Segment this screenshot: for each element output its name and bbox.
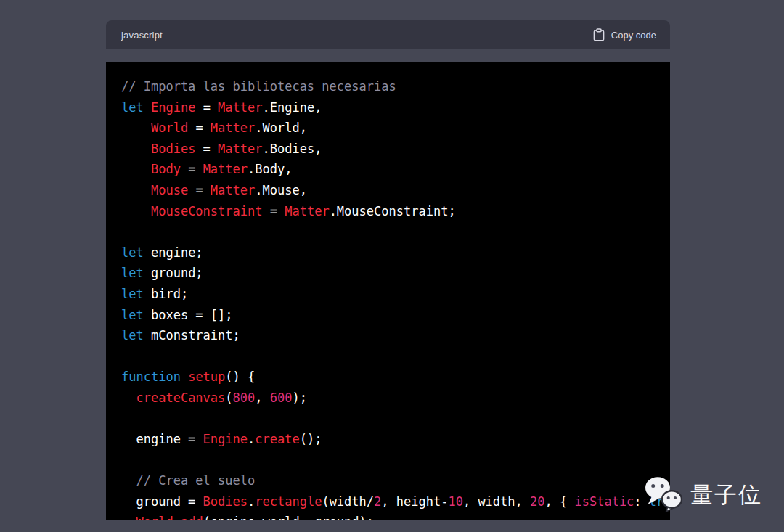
watermark-text: 量子位 — [690, 476, 762, 512]
code-line: MouseConstraint = Matter.MouseConstraint… — [121, 201, 660, 222]
code-line: let mConstraint; — [121, 325, 660, 346]
code-line: let engine; — [121, 242, 660, 263]
language-label: javascript — [121, 30, 163, 41]
code-line: World.add(engine.world, ground); — [121, 512, 660, 520]
code-line — [121, 409, 660, 430]
code-block: javascript Copy code // Importa las bibl… — [106, 20, 670, 532]
code-line: let Engine = Matter.Engine, — [121, 97, 660, 118]
wechat-logo-icon — [645, 476, 682, 512]
code-line: let bird; — [121, 284, 660, 305]
code-line — [121, 450, 660, 471]
code-line: Mouse = Matter.Mouse, — [121, 180, 660, 201]
code-line: let boxes = []; — [121, 305, 660, 326]
code-line: engine = Engine.create(); — [121, 429, 660, 450]
code-block-header: javascript Copy code — [106, 20, 670, 49]
clipboard-icon — [593, 28, 605, 41]
code-line: function setup() { — [121, 367, 660, 388]
watermark: 量子位 — [645, 475, 762, 514]
code-line: ground = Bodies.rectangle(width/2, heigh… — [121, 491, 660, 512]
code-content[interactable]: // Importa las bibliotecas necesariaslet… — [106, 62, 670, 520]
code-line: // Importa las bibliotecas necesarias — [121, 76, 660, 97]
copy-code-label: Copy code — [611, 30, 656, 41]
code-line: createCanvas(800, 600); — [121, 388, 660, 409]
code-line: World = Matter.World, — [121, 118, 660, 139]
code-line: let ground; — [121, 263, 660, 284]
copy-code-button[interactable]: Copy code — [593, 28, 656, 41]
code-line: // Crea el suelo — [121, 470, 660, 491]
code-line: Body = Matter.Body, — [121, 159, 660, 180]
code-line — [121, 346, 660, 367]
code-line: Bodies = Matter.Bodies, — [121, 139, 660, 160]
code-line — [121, 221, 660, 242]
